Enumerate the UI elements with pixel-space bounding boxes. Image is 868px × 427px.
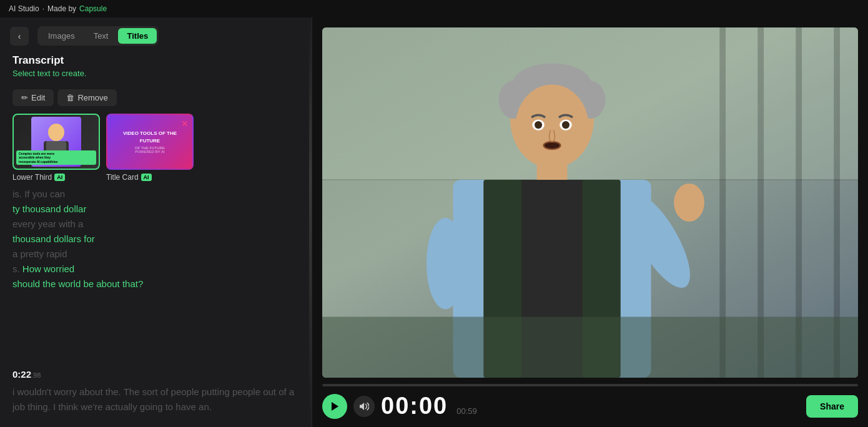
main-layout: ‹ Images Text Titles Transcript Select t… xyxy=(0,0,868,427)
separator: · xyxy=(42,4,44,13)
edit-icon: ✏ xyxy=(21,93,28,102)
svg-point-0 xyxy=(48,124,64,141)
svg-point-27 xyxy=(535,121,542,129)
video-container xyxy=(322,27,858,378)
capsule-label: Capsule xyxy=(79,4,107,13)
transcript-lower-text: i wouldn't worry about the. The sort of … xyxy=(0,382,312,427)
svg-point-25 xyxy=(545,142,560,149)
edit-button[interactable]: ✏ Edit xyxy=(12,89,54,106)
volume-button[interactable] xyxy=(353,396,375,417)
text-highlight1: ty thousand dollar xyxy=(12,204,86,214)
text-before: is. If you can xyxy=(12,189,65,199)
text-end: a pretty rapid xyxy=(12,248,67,259)
right-panel: 00:00 00:59 Share xyxy=(312,17,868,427)
cards-area: Complex tools are more accessible when t… xyxy=(12,114,299,292)
transcript-title: Transcript xyxy=(12,54,299,67)
timestamp-main: 0:22 xyxy=(12,369,31,380)
text-middle: every year with a xyxy=(12,218,83,229)
lower-third-text: Lower Third xyxy=(12,173,52,182)
lower-third-label: Lower Third AI xyxy=(12,173,65,182)
transcript-section: Transcript Select text to create. ✏ Edit… xyxy=(0,54,312,363)
cards-row: Complex tools are more accessible when t… xyxy=(12,114,299,182)
timestamp-row: 0:22.98 xyxy=(0,363,312,382)
tab-group: Images Text Titles xyxy=(37,26,159,46)
text-how-worried: How worried xyxy=(22,263,74,274)
remove-label: Remove xyxy=(77,93,107,102)
close-icon: ✕ xyxy=(181,119,189,129)
caption-bar: Complex tools are more accessible when t… xyxy=(16,150,96,165)
time-display: 00:00 xyxy=(381,393,448,420)
svg-point-15 xyxy=(515,84,588,168)
transcript-subtitle: Select text to create. xyxy=(12,69,299,78)
timestamp-sub: .98 xyxy=(31,371,41,379)
back-button[interactable]: ‹ xyxy=(10,27,29,46)
share-button[interactable]: Share xyxy=(806,395,858,418)
svg-point-22 xyxy=(674,184,704,222)
text-tail: should the world be about that? xyxy=(12,278,143,289)
tab-titles[interactable]: Titles xyxy=(118,28,157,44)
remove-button[interactable]: 🗑 Remove xyxy=(57,89,116,106)
lower-third-card-item[interactable]: Complex tools are more accessible when t… xyxy=(12,114,100,182)
title-card-item[interactable]: ✕ VIDEO TOOLS OF THE FUTURE OF THE FUTUR… xyxy=(106,114,194,182)
play-icon xyxy=(330,401,339,411)
text-highlight2: thousand dollars for xyxy=(12,233,95,244)
lower-third-ai-badge: AI xyxy=(54,174,65,181)
title-card-sub: POWERED BY AI xyxy=(135,150,165,154)
title-card-text: Title Card xyxy=(106,173,139,182)
svg-point-23 xyxy=(427,218,465,309)
title-card-heading: VIDEO TOOLS OF THE FUTURE xyxy=(112,130,187,144)
brand-text: AI Studio · Made by Capsule xyxy=(9,4,107,13)
play-button[interactable] xyxy=(322,394,347,419)
svg-point-29 xyxy=(562,121,570,129)
title-card-label: Title Card AI xyxy=(106,173,152,182)
video-placeholder xyxy=(322,27,858,378)
caption-line3: incorporate AI capabilities xyxy=(19,160,94,164)
edit-toolbar: ✏ Edit 🗑 Remove xyxy=(12,89,299,106)
transcript-text: is. If you can ty thousand dollar every … xyxy=(12,187,299,292)
time-total: 00:59 xyxy=(456,406,477,420)
progress-bar[interactable] xyxy=(322,384,858,386)
title-card-ai-badge: AI xyxy=(141,174,152,181)
trash-icon: 🗑 xyxy=(66,93,74,102)
topbar: AI Studio · Made by Capsule xyxy=(0,0,868,17)
volume-icon xyxy=(359,402,369,411)
lower-third-thumb[interactable]: Complex tools are more accessible when t… xyxy=(12,114,100,170)
made-by-label: Made by xyxy=(47,4,76,13)
tab-images[interactable]: Images xyxy=(39,28,84,44)
tab-text[interactable]: Text xyxy=(85,28,117,44)
tab-bar: ‹ Images Text Titles xyxy=(0,17,312,54)
title-card-thumb[interactable]: ✕ VIDEO TOOLS OF THE FUTURE OF THE FUTUR… xyxy=(106,114,194,170)
video-frame-svg xyxy=(322,27,858,378)
svg-rect-30 xyxy=(322,317,858,378)
player-controls: 00:00 00:59 Share xyxy=(322,393,858,420)
scroll-indicator xyxy=(309,17,312,427)
edit-label: Edit xyxy=(31,93,45,102)
text-punctuation: s. xyxy=(12,263,22,274)
ai-studio-label: AI Studio xyxy=(9,4,39,13)
left-panel: ‹ Images Text Titles Transcript Select t… xyxy=(0,17,312,427)
